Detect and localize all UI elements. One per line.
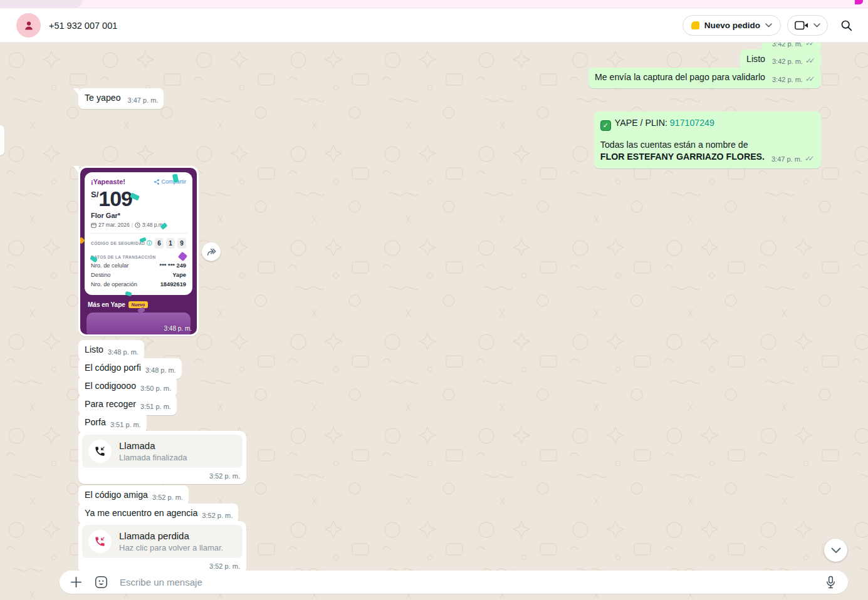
cursor-blob [855,0,863,4]
call-box: Llamada Llamada finalizada [82,435,243,468]
image-message-yape-receipt[interactable]: ¡Yapeaste! Compartir S/109 Flor Gar* 27 … [78,166,199,336]
message-input[interactable]: Escribe un mensaje [113,577,818,587]
delivered-ticks-icon: ✓✓ [805,56,815,65]
call-icon-circle [88,440,112,463]
divider [90,233,187,234]
contact-avatar[interactable] [16,13,41,38]
call-message-missed[interactable]: Llamada perdida Haz clic para volver a l… [78,521,246,574]
calendar-icon [91,222,97,228]
yape-plin-line: ✓YAPE / PLIN: 917107249 [600,117,815,131]
receipt-row: DestinoYape [91,272,186,278]
blank-line [600,131,815,139]
message-text: Para recoger [85,399,136,409]
attach-button[interactable] [63,571,88,594]
message-text: Ya me encuentro en agencia [85,508,197,518]
message-bubble: Te yapeo 3:47 p. m. [78,88,164,109]
separator: | [132,222,133,228]
message-time: 3:52 p. m. [82,468,243,481]
browser-tab-shape [0,0,83,8]
message-text: YAPE / PLIN: [615,118,667,128]
message-time: 3:52 p. m. [202,512,233,519]
call-title: Llamada perdida [119,530,223,541]
digit: 9 [177,238,186,249]
digit: 6 [155,238,164,249]
video-call-dropdown[interactable] [787,15,828,36]
forward-button[interactable] [202,242,221,261]
call-box: Llamada perdida Haz clic para volver a l… [82,525,243,558]
receipt-row: Nro. de celular*** *** 249 [91,262,186,269]
account-holder-name: FLOR ESTEFANY GARRIAZO FLORES. [600,152,765,162]
phone-number-link[interactable]: 917107249 [670,118,714,128]
call-subtitle: Haz clic para volver a llamar. [119,543,223,552]
chevron-down-icon [765,23,772,28]
call-icon-circle [88,530,112,553]
info-icon: ⓘ [147,241,152,246]
microphone-icon [825,576,836,589]
left-edge-panel-handle[interactable] [0,125,4,155]
message-text: Porfa [85,417,106,427]
message-time: 3:52 p. m. [152,494,183,501]
new-order-label: Nuevo pedido [704,21,760,30]
video-camera-icon [795,21,808,30]
amount-value: 109 [98,187,132,210]
share-button[interactable]: Compartir [154,178,186,185]
message-text: Me envía la captura del pago para valida… [595,72,765,82]
search-button[interactable] [834,14,858,38]
chat-header: +51 932 007 001 Nuevo pedido [0,8,868,43]
receipt-payee: Flor Gar* [91,212,186,219]
order-tag-icon [691,21,699,29]
message-time: 3:47 p. m. [128,96,159,104]
image-message-time: 3:48 p. m. [164,325,192,332]
call-subtitle: Llamada finalizada [119,453,187,462]
new-order-dropdown[interactable]: Nuevo pedido [682,15,781,36]
more-in-yape-label: Más en Yape [88,301,125,308]
message-text: Listo [746,54,765,64]
transaction-data-label: DATOS DE LA TRANSACCIÓN [91,255,186,259]
receipt-row: Nro. de operación18492619 [91,281,186,287]
call-title: Llamada [119,440,187,451]
delivered-ticks-icon: ✓✓ [805,75,815,83]
new-badge: Nuevo [128,301,148,308]
message-time: 3:52 p. m. [82,558,243,571]
message-text: Listo [85,344,103,354]
forward-arrow-icon [206,247,217,257]
currency-symbol: S/ [91,190,98,199]
scroll-to-bottom-button[interactable] [824,539,847,562]
plus-icon [70,576,82,588]
chat-area: 3:42 p. m.✓✓ Listo 3:42 p. m.✓✓ Me envía… [0,43,868,600]
security-digits: 6 1 9 [155,238,186,249]
message-composer: Escribe un mensaje [60,571,848,594]
check-mark-emoji: ✓ [600,120,611,131]
emoji-button[interactable] [88,571,113,594]
call-message-ended[interactable]: Llamada Llamada finalizada 3:52 p. m. [78,431,246,484]
message-time: 3:47 p. m. [771,155,802,163]
digit: 1 [166,238,175,249]
message-text: Todas las cuentas están a nombre de [600,139,815,151]
receipt-datetime: 27 mar. 2026 | 3:48 p.m. [91,222,186,228]
person-icon [22,19,36,33]
message-time: 3:42 p. m. [772,43,803,48]
message-time: 3:50 p. m. [140,385,171,392]
message-text: El código porfi [85,363,141,373]
message-time: 3:42 p. m. [772,58,803,65]
message-bubble: Me envía la captura del pago para valida… [588,68,821,88]
clock-icon [135,222,140,228]
message-time: 3:48 p. m. [145,366,176,374]
delivered-ticks-icon: ✓✓ [805,43,815,48]
message-time: 3:51 p. m. [140,403,171,410]
chevron-down-icon [831,547,841,554]
chevron-down-icon [813,23,820,28]
receipt-card: ¡Yapeaste! Compartir S/109 Flor Gar* 27 … [85,172,192,295]
browser-edge-strip [0,0,868,8]
voice-record-button[interactable] [818,571,843,594]
message-text: Te yapeo [85,93,121,103]
share-icon [154,179,159,185]
message-bubble: ✓YAPE / PLIN: 917107249 Todas las cuenta… [594,111,821,168]
message-time: 3:48 p. m. [108,348,139,356]
delivered-ticks-icon: ✓✓ [805,154,815,163]
message-text: El código amiga [85,490,148,500]
incoming-call-icon [94,445,106,457]
receipt-date: 27 mar. 2026 [98,222,130,228]
contact-phone-title[interactable]: +51 932 007 001 [49,8,117,43]
yape-receipt-image: ¡Yapeaste! Compartir S/109 Flor Gar* 27 … [80,168,197,334]
